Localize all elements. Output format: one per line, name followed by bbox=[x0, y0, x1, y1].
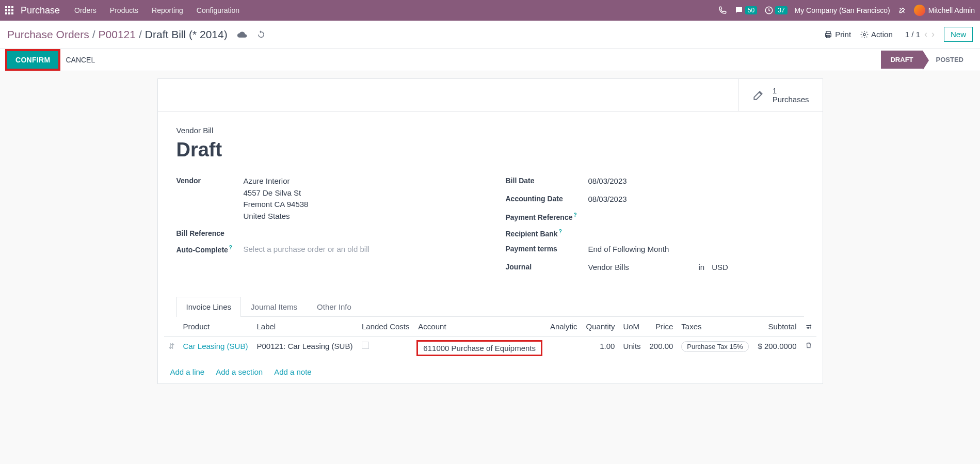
line-uom[interactable]: Units bbox=[619, 337, 645, 360]
stage-draft[interactable]: DRAFT bbox=[881, 51, 922, 69]
tools-icon[interactable] bbox=[897, 6, 907, 15]
menu-products[interactable]: Products bbox=[110, 6, 138, 14]
line-tax[interactable]: Purchase Tax 15% bbox=[681, 341, 748, 352]
breadcrumb-current: Draft Bill (* 2014) bbox=[145, 28, 228, 41]
user-menu[interactable]: Mitchell Admin bbox=[914, 5, 975, 16]
menu-orders[interactable]: Orders bbox=[74, 6, 97, 14]
col-landed-costs: Landed Costs bbox=[358, 317, 414, 337]
col-uom: UoM bbox=[619, 317, 645, 337]
messages-icon[interactable]: 50 bbox=[734, 6, 757, 15]
journal-currency[interactable]: USD bbox=[712, 262, 728, 274]
recipient-bank-label: Recipient Bank? bbox=[506, 228, 588, 238]
stage-posted[interactable]: POSTED bbox=[923, 51, 973, 69]
notebook-tabs: Invoice Lines Journal Items Other Info bbox=[176, 297, 804, 317]
messages-badge: 50 bbox=[745, 6, 757, 14]
col-label: Label bbox=[252, 317, 357, 337]
pencil-icon bbox=[752, 88, 765, 102]
status-bar: CONFIRM CANCEL DRAFT POSTED bbox=[0, 49, 980, 71]
delete-line-icon[interactable] bbox=[805, 342, 812, 349]
company-switcher[interactable]: My Company (San Francisco) bbox=[795, 6, 890, 14]
col-quantity: Quantity bbox=[582, 317, 619, 337]
activities-icon[interactable]: 37 bbox=[764, 6, 787, 15]
pager-next-icon[interactable]: › bbox=[931, 29, 935, 40]
tab-journal-items[interactable]: Journal Items bbox=[241, 297, 307, 316]
top-menu-bar: Purchase Orders Products Reporting Confi… bbox=[0, 0, 980, 21]
bill-reference-label: Bill Reference bbox=[176, 228, 244, 237]
journal-value[interactable]: Vendor Bills bbox=[588, 262, 692, 274]
line-subtotal: $ 200.0000 bbox=[753, 337, 801, 360]
control-panel: Purchase Orders / P00121 / Draft Bill (*… bbox=[0, 21, 980, 49]
add-line-link[interactable]: Add a line bbox=[170, 367, 205, 376]
menu-reporting[interactable]: Reporting bbox=[152, 6, 183, 14]
col-subtotal: Subtotal bbox=[753, 317, 801, 337]
tab-other-info[interactable]: Other Info bbox=[307, 297, 361, 316]
line-analytic[interactable] bbox=[546, 337, 582, 360]
discard-icon[interactable] bbox=[256, 30, 266, 39]
purchases-label: Purchases bbox=[773, 95, 809, 104]
breadcrumb-po-number[interactable]: P00121 bbox=[99, 28, 136, 41]
auto-complete-field[interactable]: Select a purchase order or an old bill bbox=[244, 244, 475, 255]
title-label: Vendor Bill bbox=[176, 126, 804, 135]
col-product: Product bbox=[179, 317, 253, 337]
cancel-button[interactable]: CANCEL bbox=[58, 51, 102, 69]
payment-terms-value[interactable]: End of Following Month bbox=[588, 244, 804, 255]
line-label[interactable]: P00121: Car Leasing (SUB) bbox=[252, 337, 357, 360]
new-button[interactable]: New bbox=[944, 27, 973, 42]
statusbar-stages: DRAFT POSTED bbox=[881, 51, 973, 69]
vendor-value[interactable]: Azure Interior 4557 De Silva St Fremont … bbox=[244, 175, 475, 222]
col-account: Account bbox=[414, 317, 546, 337]
form-sheet: 1 Purchases Vendor Bill Draft Vendor Azu… bbox=[157, 78, 823, 384]
add-note-link[interactable]: Add a note bbox=[274, 367, 312, 376]
breadcrumb-sep: / bbox=[139, 28, 142, 41]
payment-terms-label: Payment terms bbox=[506, 244, 588, 253]
confirm-button[interactable]: CONFIRM bbox=[7, 51, 58, 69]
breadcrumb-purchase-orders[interactable]: Purchase Orders bbox=[7, 28, 89, 41]
cloud-save-icon[interactable] bbox=[237, 29, 247, 40]
accounting-date-label: Accounting Date bbox=[506, 194, 588, 203]
tab-invoice-lines[interactable]: Invoice Lines bbox=[176, 297, 242, 317]
table-row[interactable]: ⇵ Car Leasing (SUB) P00121: Car Leasing … bbox=[164, 337, 816, 360]
line-quantity[interactable]: 1.00 bbox=[582, 337, 619, 360]
action-dropdown[interactable]: Action bbox=[860, 30, 893, 39]
smart-button-purchases[interactable]: 1 Purchases bbox=[738, 79, 823, 111]
pager-text[interactable]: 1 / 1 bbox=[905, 30, 920, 39]
vendor-label: Vendor bbox=[176, 175, 244, 185]
breadcrumb-sep: / bbox=[92, 28, 95, 41]
auto-complete-label: Auto-Complete? bbox=[176, 244, 244, 254]
apps-icon[interactable] bbox=[5, 6, 13, 14]
accounting-date-value[interactable]: 08/03/2023 bbox=[588, 194, 804, 205]
user-name: Mitchell Admin bbox=[928, 6, 975, 14]
print-button[interactable]: Print bbox=[824, 30, 851, 39]
app-brand[interactable]: Purchase bbox=[21, 5, 60, 16]
purchases-count: 1 bbox=[773, 86, 809, 95]
payment-reference-label: Payment Reference? bbox=[506, 211, 588, 221]
phone-icon[interactable] bbox=[718, 6, 727, 15]
settings-icon[interactable] bbox=[805, 323, 812, 330]
line-landed-checkbox[interactable] bbox=[362, 342, 369, 349]
line-price[interactable]: 200.00 bbox=[645, 337, 677, 360]
bill-date-label: Bill Date bbox=[506, 175, 588, 185]
col-price: Price bbox=[645, 317, 677, 337]
journal-in: in bbox=[699, 262, 705, 274]
user-avatar bbox=[914, 5, 925, 16]
drag-handle-icon[interactable]: ⇵ bbox=[168, 342, 175, 350]
pager-prev-icon[interactable]: ‹ bbox=[924, 29, 927, 40]
bill-date-value[interactable]: 08/03/2023 bbox=[588, 175, 804, 187]
title-value: Draft bbox=[176, 139, 804, 161]
col-analytic: Analytic bbox=[546, 317, 582, 337]
svg-point-4 bbox=[863, 34, 865, 36]
journal-label: Journal bbox=[506, 262, 588, 271]
line-product[interactable]: Car Leasing (SUB) bbox=[183, 342, 248, 350]
add-section-link[interactable]: Add a section bbox=[216, 367, 263, 376]
activities-badge: 37 bbox=[775, 6, 787, 14]
line-account[interactable]: 611000 Purchase of Equipments bbox=[418, 342, 541, 355]
menu-configuration[interactable]: Configuration bbox=[197, 6, 239, 14]
col-taxes: Taxes bbox=[677, 317, 753, 337]
invoice-lines-table: Product Label Landed Costs Account Analy… bbox=[164, 317, 816, 360]
